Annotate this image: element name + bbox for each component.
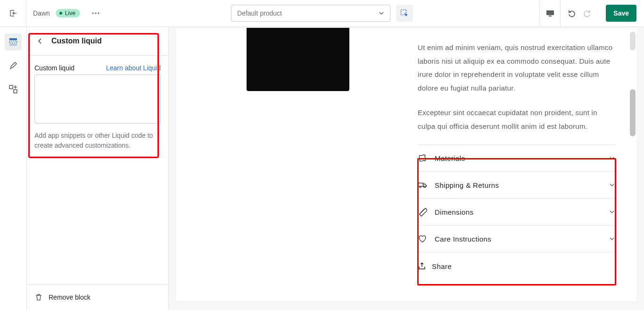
svg-rect-5	[549, 16, 552, 17]
truck-icon	[418, 180, 427, 190]
remove-block-button[interactable]: Remove block	[34, 293, 161, 302]
svg-point-0	[92, 12, 93, 14]
exit-editor-button[interactable]	[0, 0, 26, 26]
leather-icon	[418, 153, 427, 163]
share-icon	[418, 262, 426, 270]
product-description: Ut enim ad minim veniam, quis nostrud ex…	[418, 41, 616, 133]
apps-rail-button[interactable]	[5, 81, 22, 98]
accordion-label: Shipping & Returns	[435, 181, 601, 189]
save-button[interactable]: Save	[606, 5, 636, 22]
topbar-right: Save	[539, 0, 644, 26]
accordion-label: Materials	[435, 154, 601, 162]
sidebar-footer: Remove block	[27, 284, 168, 310]
device-preview-button[interactable]	[539, 0, 560, 26]
ruler-icon	[418, 207, 427, 217]
heart-icon	[418, 234, 427, 243]
inspector-icon	[400, 8, 409, 18]
inspector-toggle[interactable]	[396, 5, 413, 22]
svg-rect-11	[419, 183, 423, 186]
apps-icon	[8, 84, 18, 94]
svg-point-13	[424, 186, 425, 187]
svg-point-1	[95, 12, 96, 14]
remove-block-label: Remove block	[49, 293, 91, 301]
left-rail	[0, 27, 27, 310]
topbar-center: Default product	[231, 5, 413, 22]
accordion-materials[interactable]: Materials	[418, 144, 616, 171]
share-label: Share	[432, 262, 452, 270]
paintbrush-icon	[8, 61, 18, 70]
chevron-down-icon	[608, 208, 616, 216]
sections-icon	[8, 37, 18, 47]
svg-rect-8	[9, 44, 17, 46]
settings-sidebar: Custom liquid Custom liquid Learn about …	[27, 27, 169, 310]
accordion-shipping[interactable]: Shipping & Returns	[418, 171, 616, 198]
field-help-text: Add app snippets or other Liquid code to…	[34, 131, 161, 151]
theme-settings-rail-button[interactable]	[5, 57, 22, 74]
chevron-down-icon	[608, 181, 616, 189]
back-button[interactable]	[34, 35, 46, 47]
share-button[interactable]: Share	[418, 252, 616, 274]
caret-down-icon	[379, 10, 384, 16]
theme-info: Dawn Live	[26, 9, 87, 17]
theme-name: Dawn	[33, 9, 50, 17]
sidebar-body: Custom liquid Learn about Liquid Add app…	[27, 56, 168, 284]
exit-icon	[8, 8, 18, 18]
svg-point-2	[98, 12, 99, 14]
vertical-scrollbar[interactable]	[630, 27, 636, 293]
field-header: Custom liquid Learn about Liquid	[34, 64, 161, 72]
preview-canvas: Ut enim ad minim veniam, quis nostrud ex…	[176, 28, 636, 302]
svg-rect-9	[9, 85, 13, 89]
more-actions-button[interactable]	[87, 6, 105, 20]
svg-rect-7	[9, 41, 17, 43]
product-info: Ut enim ad minim veniam, quis nostrud ex…	[418, 28, 616, 302]
svg-point-12	[420, 186, 421, 187]
accordion-label: Dimensions	[435, 208, 601, 216]
field-label: Custom liquid	[34, 64, 74, 72]
undo-button[interactable]	[564, 5, 579, 22]
product-layout: Ut enim ad minim veniam, quis nostrud ex…	[176, 28, 636, 302]
sections-rail-button[interactable]	[5, 34, 22, 50]
trash-icon	[34, 293, 43, 302]
topbar: Dawn Live Default product Save	[0, 0, 644, 27]
chevron-down-icon	[608, 154, 616, 162]
scrollbar-thumb[interactable]	[630, 89, 636, 136]
preview-wrapper: Ut enim ad minim veniam, quis nostrud ex…	[169, 27, 644, 310]
chevron-down-icon	[608, 235, 616, 243]
redo-icon	[582, 8, 592, 18]
custom-liquid-textarea[interactable]	[34, 75, 161, 124]
accordion-dimensions[interactable]: Dimensions	[418, 198, 616, 225]
accordion-label: Care Instructions	[435, 235, 601, 243]
sidebar-title: Custom liquid	[51, 37, 102, 45]
description-paragraph-2: Excepteur sint occaecat cupidatat non pr…	[418, 106, 616, 133]
svg-rect-10	[14, 90, 17, 93]
template-select[interactable]: Default product	[231, 5, 390, 22]
accordion-list: Materials Shipping & Returns Dimensions	[418, 144, 616, 274]
template-select-label: Default product	[237, 9, 282, 17]
redo-button[interactable]	[579, 5, 594, 22]
svg-rect-4	[546, 10, 554, 15]
undo-icon	[567, 8, 577, 18]
description-paragraph-1: Ut enim ad minim veniam, quis nostrud ex…	[418, 41, 616, 95]
topbar-left: Dawn Live	[0, 0, 105, 26]
product-image	[197, 28, 399, 123]
scrollbar-thumb[interactable]	[630, 32, 636, 50]
preview-scroll: Ut enim ad minim veniam, quis nostrud ex…	[176, 27, 636, 302]
undo-redo-group	[560, 0, 598, 26]
accordion-care[interactable]: Care Instructions	[418, 225, 616, 252]
learn-about-liquid-link[interactable]: Learn about Liquid	[106, 64, 161, 72]
product-media	[197, 28, 399, 302]
sidebar-header: Custom liquid	[27, 27, 168, 56]
tshirt-graphic	[247, 28, 349, 91]
svg-rect-6	[9, 38, 17, 40]
ellipsis-icon	[91, 9, 100, 17]
live-badge: Live	[56, 9, 80, 17]
chevron-left-icon	[36, 37, 44, 45]
desktop-icon	[545, 8, 555, 18]
